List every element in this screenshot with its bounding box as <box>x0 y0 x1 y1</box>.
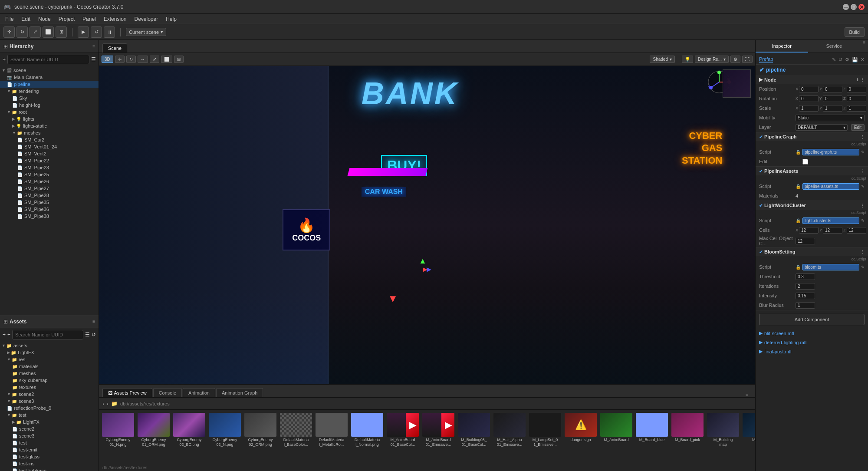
hierarchy-item-rendering[interactable]: 📁 rendering <box>0 88 99 95</box>
pipelinegraph-header[interactable]: ✔ PipelineGraph ⋮ <box>756 132 868 141</box>
inspector-icon-close[interactable]: ✕ <box>861 57 865 63</box>
asset-item-3[interactable]: CyborgEnemy02_N.png <box>207 412 242 463</box>
assets-item-testlightmap[interactable]: 📄 test-lightmap <box>0 467 99 471</box>
prefab-tab-label[interactable]: Prefab <box>759 56 773 63</box>
pipelineassets-header[interactable]: ✔ PipelineAssets ⋮ <box>756 167 868 175</box>
asset-item-9[interactable]: ▶ M_AnimBoard01_Emissive... <box>421 412 456 463</box>
tool-combined[interactable]: ⊞ <box>56 26 67 38</box>
hierarchy-menu-icon[interactable]: ≡ <box>92 44 95 49</box>
pause-button[interactable]: ⏸ <box>104 26 115 38</box>
asset-item-13[interactable]: ⚠️ danger sign <box>563 412 598 463</box>
bloomsetting-header[interactable]: ✔ BloomSetting ⋮ <box>756 247 868 256</box>
menu-developer[interactable]: Developer <box>131 15 161 23</box>
hierarchy-list-icon[interactable]: ☰ <box>91 56 96 63</box>
assets-item-lightfx2[interactable]: 📁 LightFX <box>0 418 99 425</box>
scene-tool-select[interactable]: ✛ <box>115 56 125 63</box>
position-z[interactable] <box>847 86 866 92</box>
rotation-y[interactable] <box>823 96 842 102</box>
assets-item-res[interactable]: 📁 res <box>0 356 99 363</box>
design-resolution-btn[interactable]: Design Re... ▾ <box>695 56 729 63</box>
hierarchy-item-scene[interactable]: 🎬 scene <box>0 67 99 74</box>
assets-search-input[interactable] <box>12 330 83 339</box>
tool-scale[interactable]: ⤢ <box>30 26 41 38</box>
rotation-x[interactable] <box>799 96 819 102</box>
tab-service[interactable]: Service <box>808 40 861 53</box>
hierarchy-item-smpipe26[interactable]: 📄 SM_Pipe26 <box>0 178 99 185</box>
asset-item-5[interactable]: DefaultMaterial_BaseColor... <box>279 412 313 463</box>
scale-y[interactable] <box>823 105 842 112</box>
hierarchy-item-sky[interactable]: 📄 Sky <box>0 95 99 102</box>
tab-console[interactable]: Console <box>153 388 182 397</box>
lightworldcluster-script-edit-icon[interactable]: ✎ <box>861 218 865 223</box>
assets-arrow-scene3[interactable] <box>7 399 11 403</box>
assets-item-assets[interactable]: 📁 assets <box>0 342 99 349</box>
inspector-node-header[interactable]: ▶ Node ℹ ⋮ <box>756 75 868 84</box>
asset-item-17[interactable]: M_Buildingmap <box>706 412 740 463</box>
position-x[interactable] <box>799 86 819 92</box>
assets-item-scene2[interactable]: 📁 scene2 <box>0 391 99 398</box>
assets-arrow-test[interactable] <box>7 413 11 417</box>
hierarchy-item-root[interactable]: 📁 root <box>0 109 99 115</box>
assets-list-icon[interactable]: ☰ <box>85 332 90 338</box>
scene-settings-icon[interactable]: ⚙ <box>730 56 740 63</box>
hierarchy-item-smcar2[interactable]: 📄 SM_Car2 <box>0 136 99 143</box>
menu-file[interactable]: File <box>2 15 17 23</box>
hierarchy-item-smvent2[interactable]: 📄 SM_Vent2 <box>0 150 99 157</box>
layer-select[interactable]: DEFAULT ▾ <box>796 124 848 131</box>
assets-item-materials[interactable]: 📁 materials <box>0 363 99 370</box>
assets-menu-icon[interactable]: ≡ <box>92 319 95 324</box>
assets-item-testins[interactable]: 📄 test-ins <box>0 460 99 467</box>
assets-item-test[interactable]: 📁 test <box>0 412 99 418</box>
scene-light-icon[interactable]: 💡 <box>682 56 693 63</box>
bloomsetting-more-icon[interactable]: ⋮ <box>860 250 865 254</box>
assets-item-lightfx[interactable]: 📁 LightFX <box>0 349 99 356</box>
tab-assets-preview[interactable]: 🖼 Assets Preview <box>102 388 152 397</box>
menu-edit[interactable]: Edit <box>18 15 34 23</box>
layer-edit-button[interactable]: Edit <box>851 124 865 131</box>
scene-tool-scale2[interactable]: ⤢ <box>150 56 159 63</box>
intensity-value[interactable] <box>796 293 815 299</box>
inspector-icon-refresh[interactable]: ↺ <box>838 57 842 63</box>
tab-animation[interactable]: Animation <box>183 388 215 397</box>
assets-refresh-icon[interactable]: ↺ <box>92 332 96 338</box>
assets-item-testglass[interactable]: 📄 test-glass <box>0 453 99 460</box>
asset-item-8[interactable]: ▶ M_AnimBoard01_BaseCol... <box>385 412 420 463</box>
hierarchy-item-heightfog[interactable]: 📄 height-fog <box>0 102 99 109</box>
scene-selector[interactable]: Current scene ▾ <box>126 28 166 36</box>
asset-item-11[interactable]: M_Hair_Alpha01_Emissive... <box>492 412 527 463</box>
hierarchy-arrow-lightsstatic[interactable] <box>12 124 15 128</box>
hierarchy-item-smpipe35[interactable]: 📄 SM_Pipe35 <box>0 199 99 206</box>
hierarchy-arrow-lights[interactable] <box>12 117 15 121</box>
node-more-icon[interactable]: ⋮ <box>860 77 865 82</box>
reload-button[interactable]: ↺ <box>91 26 102 38</box>
pipelineassets-script-value[interactable]: pipeline-assets.ts <box>802 183 859 190</box>
assets-item-scene3[interactable]: 📁 scene3 <box>0 398 99 405</box>
scene-maximize-icon[interactable]: ⛶ <box>742 56 753 63</box>
asset-item-7[interactable]: DefaultMaterial_Normal.png <box>350 412 385 463</box>
assets-item-textures[interactable]: 📁 textures <box>0 384 99 391</box>
bloomsetting-script-value[interactable]: bloom.ts <box>802 264 859 270</box>
hierarchy-item-smpipe25[interactable]: 📄 SM_Pipe25 <box>0 171 99 178</box>
pipelinegraph-script-value[interactable]: pipeline-graph.ts <box>802 149 859 155</box>
hierarchy-item-pipeline[interactable]: 📄 pipeline <box>0 81 99 88</box>
pipelineassets-script-edit-icon[interactable]: ✎ <box>861 184 865 189</box>
assets-item-skycubemap[interactable]: 📁 sky-cubemap <box>0 377 99 384</box>
assets-nav-prev[interactable]: ‹ <box>102 401 104 407</box>
hierarchy-arrow-rendering[interactable] <box>7 89 11 93</box>
assets-item-scene2b[interactable]: 📄 scene2 <box>0 425 99 432</box>
assets-item-testemit[interactable]: 📄 test-emit <box>0 446 99 453</box>
menu-panel[interactable]: Panel <box>79 15 99 23</box>
assets-add-icon[interactable]: + <box>3 332 6 338</box>
scene-tool-snap[interactable]: ⊟ <box>174 56 184 63</box>
assets-item-meshes2[interactable]: 📁 meshes <box>0 370 99 377</box>
tab-animation-graph[interactable]: Animation Graph <box>216 388 263 397</box>
hierarchy-item-smvent01[interactable]: 📄 SM_Vent01_24 <box>0 143 99 150</box>
assets-item-reflectionprobe[interactable]: 📄 reflectionProbe_0 <box>0 405 99 412</box>
scene-tool-move[interactable]: ↔ <box>138 56 148 63</box>
bottom-panel-menu-icon[interactable]: ≡ <box>746 392 752 397</box>
collapsed-blitscreen[interactable]: ▶ blit-screen.mtl <box>756 329 868 338</box>
iterations-value[interactable] <box>796 283 815 290</box>
lightworldcluster-script-value[interactable]: light-cluster.ts <box>802 217 859 224</box>
inspector-icon-settings[interactable]: ⚙ <box>845 57 849 63</box>
hierarchy-item-smpipe38[interactable]: 📄 SM_Pipe38 <box>0 213 99 220</box>
